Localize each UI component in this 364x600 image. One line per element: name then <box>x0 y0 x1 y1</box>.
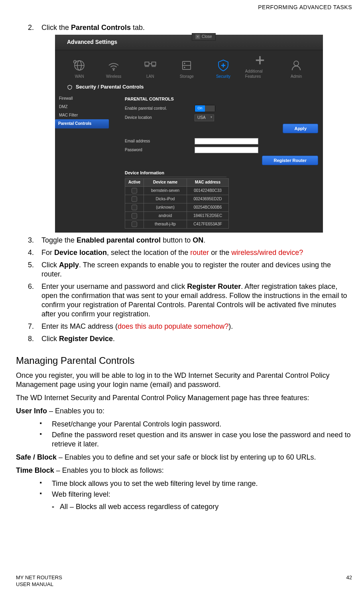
step-bold: Parental Controls <box>71 24 131 32</box>
router-ui-screenshot: ✕Close Advanced Settings WAN Wireless LA… <box>55 35 323 233</box>
step-text: Click <box>41 261 59 269</box>
cell-device: therault-j-ltp <box>144 220 187 228</box>
table-row: Dicks-iPod00243695ED2D <box>125 195 229 203</box>
email-input[interactable] <box>195 138 258 144</box>
shield-icon <box>67 85 73 90</box>
tab-storage[interactable]: Storage <box>172 58 202 79</box>
step-5: Click Apply. The screen expands to enabl… <box>28 261 352 279</box>
cell-device: bernstein-seven <box>144 186 187 195</box>
device-location-label: Device location <box>125 115 195 120</box>
sidebar-item-parental-controls[interactable]: Parental Controls <box>55 119 109 128</box>
step-red: does this auto populate somehow? <box>118 322 228 330</box>
tab-label: LAN <box>146 74 154 79</box>
breadcrumb-text: Security / Parental Controls <box>76 84 144 91</box>
tab-label: Storage <box>180 74 194 79</box>
step-bold: Enabled parental control <box>77 236 161 244</box>
content-panel: PARENTAL CONTROLS Enable parental contro… <box>109 95 323 233</box>
paragraph: The WD Internet Security and Parental Co… <box>16 393 352 403</box>
active-checkbox[interactable] <box>132 213 137 219</box>
text: – Enables you to block as follows: <box>54 466 164 474</box>
active-checkbox[interactable] <box>132 205 137 210</box>
cell-mac: 00243695ED2D <box>187 195 229 203</box>
th-active: Active <box>125 179 144 187</box>
bullet-item: Web filtering level: <box>40 490 352 499</box>
svg-point-13 <box>184 67 185 68</box>
step-bold: Apply <box>59 261 79 269</box>
step-text: or the <box>209 249 231 257</box>
bullet-item: Define the password reset question and i… <box>40 430 352 449</box>
screenshot-container: ✕Close Advanced Settings WAN Wireless LA… <box>55 35 352 233</box>
page-footer: MY NET ROUTERS USER MANUAL 42 <box>16 574 352 588</box>
step-text: Toggle the <box>41 236 77 244</box>
sub-bullet: All – Blocks all web access regardless o… <box>52 502 352 511</box>
globe-icon <box>72 58 87 73</box>
step-bold: ON <box>193 236 203 244</box>
table-row: bernstein-seven0014224B0C33 <box>125 186 229 195</box>
cell-mac: 0014224B0C33 <box>187 186 229 195</box>
step-text: , select the location of the <box>107 249 190 257</box>
step-text: . <box>203 236 205 244</box>
sidebar-item-macfilter[interactable]: MAC Filter <box>55 111 109 120</box>
step-2: Click the Parental Controls tab. ✕Close … <box>28 23 352 233</box>
register-router-button[interactable]: Register Router <box>262 156 318 165</box>
footer-subtitle: USER MANUAL <box>16 581 62 588</box>
tab-lan[interactable]: LAN <box>136 58 165 79</box>
password-label: Password <box>125 148 195 153</box>
step-red: router <box>190 249 209 257</box>
term: User Info <box>16 407 47 415</box>
close-icon: ✕ <box>195 34 200 39</box>
window-title: Advanced Settings <box>55 35 323 50</box>
step-text: tab. <box>131 24 145 32</box>
sidebar-item-firewall[interactable]: Firewall <box>55 95 109 103</box>
tab-wan[interactable]: WAN <box>67 58 92 79</box>
paragraph: Safe / Block – Enables you to define and… <box>16 453 352 462</box>
apply-button[interactable]: Apply <box>283 124 318 133</box>
paragraph: Once you register, you will be able to l… <box>16 371 352 389</box>
tab-label: Wireless <box>106 74 121 79</box>
step-text: . <box>113 335 115 343</box>
paragraph: Time Block – Enables you to block as fol… <box>16 466 352 475</box>
tab-admin[interactable]: Admin <box>281 58 311 79</box>
tab-label: WAN <box>75 74 84 79</box>
term: Time Block <box>16 466 54 474</box>
svg-point-4 <box>113 69 114 70</box>
section-header: PERFORMING ADVANCED TASKS <box>16 4 352 11</box>
tab-wireless[interactable]: Wireless <box>99 58 128 79</box>
device-table: Active Device name MAC address bernstein… <box>125 178 229 229</box>
cell-mac: C417FE653A3F <box>187 220 229 228</box>
plus-icon <box>252 53 268 68</box>
term: Safe / Block <box>16 453 57 461</box>
side-nav: Firewall DMZ MAC Filter Parental Control… <box>55 95 109 233</box>
top-nav-tabs: WAN Wireless LAN Storage Security <box>55 50 323 82</box>
step-red: wireless/wired device? <box>231 249 303 257</box>
step-8: Click Register Device. <box>28 334 352 343</box>
step-4: For Device location, select the location… <box>28 248 352 257</box>
bullet-item: Time block allows you to set the web fil… <box>40 479 352 488</box>
tab-label: Admin <box>291 74 302 79</box>
device-location-select[interactable]: USA <box>195 114 214 121</box>
wifi-icon <box>106 58 121 73</box>
section-title: PARENTAL CONTROLS <box>125 95 318 105</box>
tab-additional[interactable]: Additional Features <box>245 53 275 79</box>
active-checkbox[interactable] <box>132 188 137 193</box>
cell-mac: 184617E2D5EC <box>187 211 229 220</box>
active-checkbox[interactable] <box>132 221 137 227</box>
table-row: therault-j-ltpC417FE653A3F <box>125 220 229 228</box>
step-bold: Register Router <box>187 282 241 290</box>
th-mac: MAC address <box>187 179 229 187</box>
close-button[interactable]: ✕Close <box>192 33 216 41</box>
active-checkbox[interactable] <box>132 196 137 202</box>
th-device: Device name <box>144 179 187 187</box>
enable-parental-toggle[interactable]: On <box>195 105 215 112</box>
password-input[interactable] <box>195 147 258 153</box>
tab-security[interactable]: Security <box>209 58 238 79</box>
step-bold: Register Device <box>59 335 113 343</box>
sidebar-item-dmz[interactable]: DMZ <box>55 103 109 111</box>
text: – Enables you to: <box>47 407 104 415</box>
breadcrumb: Security / Parental Controls <box>55 81 323 95</box>
svg-rect-5 <box>145 62 149 65</box>
device-info-header: Device Information <box>125 170 226 177</box>
svg-point-14 <box>294 61 299 66</box>
bullet-item: Reset/change your Parental Controls logi… <box>40 420 352 429</box>
step-3: Toggle the Enabled parental control butt… <box>28 236 352 245</box>
